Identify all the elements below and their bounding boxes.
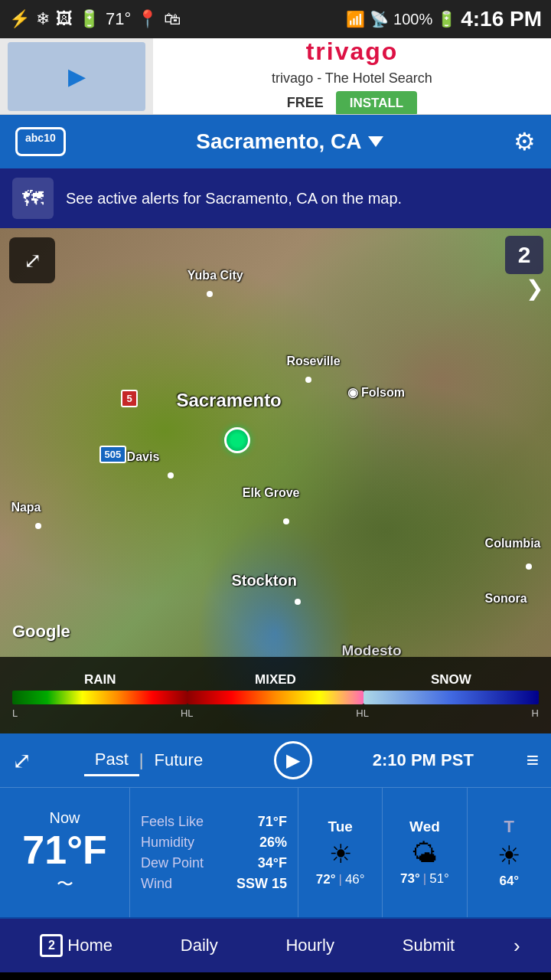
- dot-columbia: [526, 564, 532, 570]
- trivago-buttons[interactable]: FREE INSTALL: [287, 91, 418, 116]
- time-display: 2:10 PM PST: [373, 750, 474, 770]
- temp-label: 71°: [106, 9, 131, 29]
- wind-icon: 〜: [57, 873, 73, 896]
- feels-like-row: Feels Like 71°F: [141, 814, 287, 830]
- daily-nav-item[interactable]: Daily: [171, 929, 227, 962]
- highway-5: 5: [121, 390, 137, 407]
- rain-bar: [12, 691, 187, 704]
- status-bar: ⚡ ❄ 🖼 🔋 71° 📍 🛍 📶 📡 100% 🔋 4:16 PM: [0, 0, 551, 38]
- rain-lh: L H: [12, 707, 187, 719]
- hourly-nav-item[interactable]: Hourly: [276, 929, 344, 962]
- city-selector[interactable]: Sacramento, CA: [196, 129, 383, 154]
- install-button[interactable]: INSTALL: [336, 91, 418, 116]
- signal-icon: 📡: [370, 10, 389, 28]
- weather-info: Now 71°F 〜 Feels Like 71°F Humidity 26% …: [0, 787, 551, 917]
- snow-low: L: [364, 707, 369, 719]
- highway-505: 505: [99, 446, 127, 463]
- next-label: T: [504, 817, 514, 837]
- chevron-down-icon: [368, 136, 383, 147]
- forecast-scroll: Tue ☀ 72° | 46° Wed 🌤 73° | 51° T ☀ 64°: [298, 788, 551, 917]
- radar-legend: RAIN L H MIXED L H SNOW L H: [0, 657, 551, 733]
- daily-label: Daily: [181, 936, 218, 956]
- bag-icon: 🛍: [164, 9, 181, 29]
- location-icon: 📍: [137, 9, 158, 29]
- home-nav-item[interactable]: 2 Home: [31, 928, 122, 963]
- ad-image: ▶: [0, 38, 153, 115]
- trivago-tagline: trivago - The Hotel Search: [272, 70, 432, 87]
- snow-lh: L H: [364, 707, 539, 719]
- next-high: 64°: [499, 874, 519, 889]
- tue-icon: ☀: [329, 838, 352, 869]
- location-dot: [224, 427, 250, 453]
- rain-low: L: [12, 707, 18, 719]
- status-time: 4:16 PM: [461, 7, 542, 31]
- map-icon: 🗺: [12, 178, 54, 219]
- tue-temps: 72° | 46°: [316, 872, 365, 887]
- map-nav-badge: 2: [505, 236, 543, 274]
- wed-sep: |: [423, 871, 426, 887]
- play-button[interactable]: ▶: [274, 741, 312, 779]
- snowflake-icon: ❄: [36, 9, 50, 29]
- usb-icon: ⚡: [9, 9, 30, 29]
- abc-text: abc: [25, 132, 44, 144]
- forecast-wednesday: Wed 🌤 73° | 51°: [383, 788, 467, 917]
- trivago-logo: trivago: [306, 38, 399, 66]
- wed-temps: 73° | 51°: [400, 871, 449, 887]
- forecast-next: T ☀ 64°: [468, 788, 551, 917]
- battery-charge-icon: 🔋: [79, 9, 99, 29]
- nav-more-arrow[interactable]: ›: [514, 934, 520, 958]
- status-left-icons: ⚡ ❄ 🖼 🔋 71° 📍 🛍: [9, 9, 181, 29]
- dot-napa: [35, 523, 41, 529]
- city-label: Sacramento, CA: [196, 129, 361, 154]
- free-label: FREE: [287, 95, 324, 111]
- snow-legend: SNOW L H: [364, 672, 539, 719]
- wifi-icon: 📶: [346, 10, 365, 28]
- ad-banner[interactable]: ▶ trivago trivago - The Hotel Search FRE…: [0, 38, 551, 115]
- tue-sep: |: [338, 872, 341, 887]
- rain-label: RAIN: [84, 672, 116, 688]
- wed-label: Wed: [409, 818, 440, 835]
- map-container[interactable]: Yuba City Roseville ◉ Folsom Sacramento …: [0, 228, 551, 733]
- future-button[interactable]: Future: [144, 746, 214, 775]
- current-weather-panel: Now 71°F 〜: [0, 788, 130, 917]
- dot-stockton: [295, 599, 301, 605]
- play-icon: ▶: [68, 63, 86, 90]
- tue-low: 46°: [345, 872, 365, 887]
- mixed-legend: MIXED L H: [187, 672, 363, 719]
- submit-label: Submit: [403, 936, 455, 956]
- share-icon[interactable]: ⤢: [12, 747, 31, 774]
- battery-percent: 100%: [393, 11, 432, 28]
- past-button[interactable]: Past: [84, 745, 139, 776]
- snow-label: SNOW: [431, 672, 471, 688]
- dot-elk-grove: [283, 518, 289, 524]
- bottom-nav: 2 Home Daily Hourly Submit ›: [0, 917, 551, 972]
- alert-banner[interactable]: 🗺 See active alerts for Sacramento, CA o…: [0, 168, 551, 228]
- expand-button[interactable]: ⤢: [9, 237, 55, 283]
- humidity-value: 26%: [259, 835, 287, 851]
- nav-chevron-icon[interactable]: ❯: [526, 276, 543, 301]
- mixed-high: H: [356, 707, 363, 719]
- dot-yuba-city: [207, 291, 213, 297]
- submit-nav-item[interactable]: Submit: [393, 929, 464, 962]
- feels-like-value: 71°F: [258, 814, 287, 830]
- home-label: Home: [67, 936, 112, 956]
- wind-label: Wind: [141, 876, 172, 892]
- wed-low: 51°: [429, 871, 449, 887]
- snow-high: H: [532, 707, 539, 719]
- image-icon: 🖼: [56, 9, 73, 29]
- alert-text: See active alerts for Sacramento, CA on …: [66, 188, 402, 209]
- dew-point-row: Dew Point 34°F: [141, 855, 287, 871]
- rain-high: H: [181, 707, 187, 719]
- tue-label: Tue: [328, 818, 352, 835]
- layers-icon[interactable]: ≡: [527, 748, 539, 773]
- ad-content: trivago trivago - The Hotel Search FREE …: [153, 38, 551, 115]
- battery-icon: 🔋: [437, 10, 456, 28]
- hourly-label: Hourly: [285, 936, 334, 956]
- home-badge: 2: [40, 934, 63, 957]
- wind-detail-row: Wind SSW 15: [141, 876, 287, 892]
- humidity-label: Humidity: [141, 835, 194, 851]
- timeline-buttons: Past | Future: [84, 745, 214, 776]
- settings-icon[interactable]: ⚙: [514, 127, 536, 156]
- mixed-lh: L H: [187, 707, 363, 719]
- mixed-low: L: [187, 707, 193, 719]
